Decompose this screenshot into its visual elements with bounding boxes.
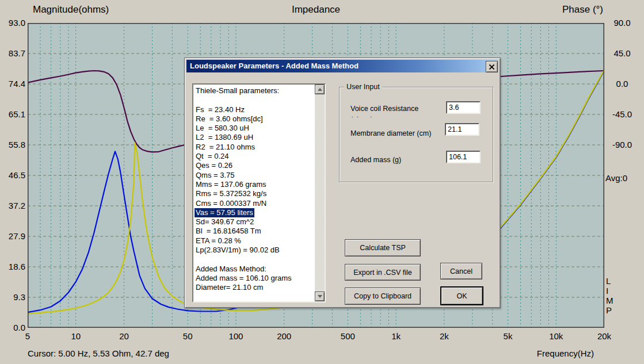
magnitude-tick-label: 55.8	[0, 140, 25, 150]
voice-coil-resistance-field[interactable]	[446, 101, 481, 114]
tsp-line-text: R2 = 21.10 ohms	[196, 143, 255, 152]
frequency-tick-label: 5	[15, 331, 40, 342]
frequency-tick-label: 200	[272, 331, 297, 342]
scrollbar-up-button[interactable]	[315, 85, 325, 94]
magnitude-tick-label: 37.2	[0, 201, 25, 211]
tsp-line-text: Qt = 0.24	[196, 152, 228, 161]
frequency-tick-label: 2k	[432, 331, 457, 342]
user-input-group-label: User Input	[344, 83, 382, 91]
dialog-title: Loudspeaker Parameters - Added Mass Meth…	[190, 62, 359, 70]
limp-logo-letter: P	[606, 305, 613, 315]
frequency-tick-label: 100	[223, 331, 249, 342]
limp-logo-letter: M	[606, 296, 613, 305]
phase-tick-label: 0.0	[607, 79, 638, 89]
frequency-axis-title: Frequency(Hz)	[488, 348, 594, 358]
tsp-line[interactable]: Le = 580.30 uH	[196, 124, 313, 133]
added-mass-field[interactable]	[446, 151, 481, 163]
tsp-line[interactable]: Re = 3.60 ohms[dc]	[196, 114, 313, 124]
tsp-line[interactable]	[196, 95, 313, 105]
membrane-diameter-field[interactable]	[445, 123, 479, 136]
export-csv-button[interactable]: Export in .CSV file	[345, 264, 421, 281]
tsp-line[interactable]: Qms = 3.75	[196, 171, 313, 180]
limp-logo: L I M P	[606, 276, 613, 315]
scroll-down-icon	[318, 295, 322, 298]
tsp-line[interactable]: R2 = 21.10 ohms	[196, 143, 313, 152]
phase-tick-label: -45.0	[607, 109, 638, 120]
tsp-line[interactable]: Rms = 5.372532 kg/s	[196, 189, 313, 198]
close-icon	[489, 64, 494, 70]
tsp-line-text: Qes = 0.26	[196, 161, 233, 170]
tsp-line[interactable]: L2 = 1380.69 uH	[196, 133, 313, 142]
tsp-line-text: Fs = 23.40 Hz	[196, 105, 245, 114]
tsp-results-lines: Thiele-Small parameters:Fs = 23.40 HzRe …	[196, 86, 313, 293]
magnitude-tick-label: 27.9	[0, 231, 25, 242]
tsp-line[interactable]: Added mass = 106.10 grams	[196, 274, 313, 283]
tsp-line-text: Vas = 57.95 liters	[195, 208, 254, 217]
frequency-tick-label: 10k	[543, 331, 569, 342]
phase-axis-title: Phase (°)	[488, 4, 603, 16]
membrane-diameter-label: Membrane diameter (cm)	[350, 128, 454, 139]
tsp-line-text: Cms = 0.000337 m/N	[196, 199, 266, 208]
dialog-titlebar[interactable]: Loudspeaker Parameters - Added Mass Meth…	[186, 60, 498, 72]
tsp-line[interactable]: Bl = 16.816458 Tm	[196, 227, 313, 236]
tsp-line-text: Rms = 5.372532 kg/s	[196, 189, 266, 198]
tsp-line[interactable]: ETA = 0.28 %	[196, 236, 313, 246]
tsp-line[interactable]: Qes = 0.26	[196, 161, 313, 170]
magnitude-tick-label: 74.4	[0, 79, 25, 89]
scroll-up-icon	[318, 88, 322, 91]
tsp-line-text: Mms = 137.06 grams	[196, 180, 266, 189]
tsp-line[interactable]: Qt = 0.24	[196, 152, 313, 161]
tsp-line[interactable]: Lp(2.83V/1m) = 90.02 dB	[196, 246, 313, 255]
loudspeaker-parameters-dialog: Loudspeaker Parameters - Added Mass Meth…	[184, 58, 501, 308]
phase-average-label: Avg:0	[605, 173, 627, 183]
phase-tick-label: 45.0	[607, 48, 638, 59]
tsp-line[interactable]: Sd= 349.67 cm^2	[196, 217, 313, 227]
frequency-tick-label: 10	[63, 331, 89, 342]
scrollbar-down-button[interactable]	[315, 292, 325, 301]
tsp-line-text: Lp(2.83V/1m) = 90.02 dB	[196, 246, 280, 255]
frequency-tick-label: 20k	[592, 331, 617, 342]
copy-to-clipboard-button[interactable]: Copy to Clipboard	[345, 288, 421, 305]
added-mass-label: Added mass (g)	[350, 155, 454, 166]
tsp-line-text: Thiele-Small parameters:	[196, 86, 279, 95]
limp-logo-letter: I	[606, 286, 613, 296]
tsp-line[interactable]: Thiele-Small parameters:	[196, 86, 313, 95]
limp-logo-letter: L	[606, 276, 613, 286]
close-button[interactable]	[486, 61, 498, 72]
voice-coil-resistance-label: Voice coil Resistance (ohms)	[350, 104, 428, 117]
ok-button[interactable]: OK	[440, 286, 483, 305]
magnitude-tick-label: 9.3	[0, 292, 25, 302]
tsp-line[interactable]: Cms = 0.000337 m/N	[196, 199, 313, 208]
tsp-line[interactable]: Fs = 23.40 Hz	[196, 105, 313, 114]
tsp-line-text: Added Mass Method:	[196, 265, 266, 274]
tsp-line[interactable]: Vas = 57.95 liters	[196, 208, 313, 217]
frequency-tick-label: 5k	[496, 331, 521, 342]
tsp-line-text: Qms = 3.75	[196, 171, 235, 180]
calculate-tsp-button[interactable]: Calculate TSP	[345, 239, 421, 256]
tsp-line[interactable]: Diameter= 21.10 cm	[196, 283, 313, 292]
tsp-line-text: ETA = 0.28 %	[196, 236, 241, 246]
tsp-line-text: Re = 3.60 ohms[dc]	[196, 114, 263, 124]
tsp-results-listbox[interactable]: Thiele-Small parameters:Fs = 23.40 HzRe …	[192, 83, 326, 302]
tsp-line[interactable]: Added Mass Method:	[196, 265, 313, 274]
frequency-tick-label: 50	[175, 331, 200, 342]
frequency-tick-label: 20	[111, 331, 136, 342]
tsp-line-text: Bl = 16.816458 Tm	[196, 227, 261, 236]
phase-tick-label: 90.0	[607, 18, 638, 28]
magnitude-tick-label: 65.1	[0, 109, 25, 120]
phase-tick-label: -90.0	[607, 140, 638, 150]
frequency-tick-label: 1k	[383, 331, 409, 342]
cursor-readout: Cursor: 5.00 Hz, 5.53 Ohm, 42.7 deg	[28, 348, 169, 358]
magnitude-tick-label: 46.5	[0, 170, 25, 181]
cancel-button[interactable]: Cancel	[440, 263, 482, 279]
limp-window: Magnitude(ohms) Impedance Phase (°) 93.0…	[0, 0, 644, 364]
tsp-line-text: Added mass = 106.10 grams	[196, 274, 292, 283]
tsp-line-text: Diameter= 21.10 cm	[196, 283, 263, 292]
frequency-tick-label: 500	[335, 331, 360, 342]
tsp-line[interactable]	[196, 255, 313, 264]
tsp-line[interactable]: Mms = 137.06 grams	[196, 180, 313, 189]
magnitude-tick-label: 83.7	[0, 48, 25, 59]
listbox-scrollbar[interactable]	[315, 85, 325, 301]
magnitude-tick-label: 93.0	[0, 18, 25, 28]
magnitude-tick-label: 18.6	[0, 262, 25, 272]
